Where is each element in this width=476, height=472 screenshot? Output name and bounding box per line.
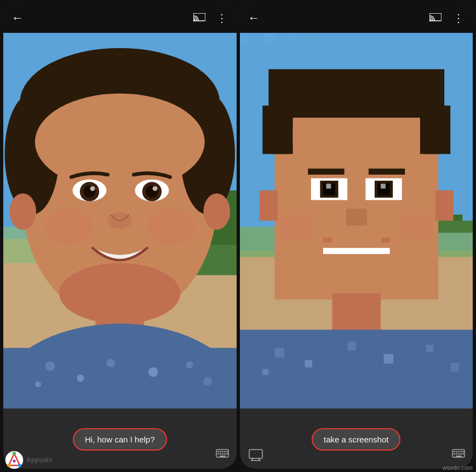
svg-rect-102 xyxy=(262,369,268,375)
svg-rect-74 xyxy=(420,118,438,154)
svg-point-30 xyxy=(106,359,114,367)
appuals-logo: Appuals xyxy=(4,450,52,470)
svg-rect-54 xyxy=(250,33,262,45)
right-cast-icon xyxy=(429,13,441,23)
svg-point-1 xyxy=(193,20,194,22)
left-topbar-right: ⋮ xyxy=(192,10,230,26)
svg-rect-113 xyxy=(458,453,460,454)
svg-rect-73 xyxy=(274,118,293,154)
wsxdn-watermark: wsxdn.com xyxy=(443,464,473,471)
appuals-logo-icon xyxy=(4,450,24,470)
left-more-icon: ⋮ xyxy=(216,11,228,25)
svg-point-35 xyxy=(9,193,36,229)
svg-rect-41 xyxy=(224,451,226,452)
svg-rect-44 xyxy=(220,453,221,454)
left-assistant-textbox[interactable]: Hi, how can I help? xyxy=(73,428,167,451)
left-keyboard-icon xyxy=(216,449,229,459)
left-topbar: ← ⋮ xyxy=(3,3,237,33)
svg-point-31 xyxy=(148,367,158,377)
left-back-icon: ← xyxy=(12,12,24,24)
right-assistant-area: take a screenshot xyxy=(240,423,473,455)
svg-rect-79 xyxy=(326,184,331,189)
svg-rect-99 xyxy=(347,342,355,350)
svg-rect-98 xyxy=(305,360,312,367)
svg-rect-90 xyxy=(381,238,389,243)
right-photo-area xyxy=(240,33,473,408)
svg-rect-38 xyxy=(217,451,219,452)
svg-rect-108 xyxy=(458,451,460,452)
svg-point-23 xyxy=(147,209,196,245)
main-container: ← ⋮ xyxy=(0,0,476,472)
right-phone-bottom: take a screenshot xyxy=(240,408,473,469)
svg-rect-109 xyxy=(460,451,462,452)
appuals-logo-text: Appuals xyxy=(26,456,52,464)
right-cast-button[interactable] xyxy=(428,10,443,26)
svg-rect-110 xyxy=(462,451,464,452)
svg-point-28 xyxy=(45,361,55,371)
right-mic-area[interactable] xyxy=(249,449,263,461)
left-cast-icon xyxy=(193,13,205,23)
right-keyboard-area[interactable] xyxy=(452,449,465,461)
phone-right: ← ⋮ xyxy=(240,3,473,469)
svg-rect-111 xyxy=(454,453,455,454)
svg-rect-83 xyxy=(381,184,386,189)
svg-rect-103 xyxy=(450,363,458,371)
svg-rect-84 xyxy=(308,169,344,175)
svg-rect-27 xyxy=(3,348,237,408)
svg-rect-75 xyxy=(293,118,420,142)
svg-point-120 xyxy=(7,464,10,467)
svg-rect-89 xyxy=(323,238,331,243)
svg-rect-115 xyxy=(462,453,464,454)
svg-rect-92 xyxy=(402,215,432,239)
svg-rect-43 xyxy=(217,453,219,454)
right-back-icon: ← xyxy=(248,12,260,24)
left-keyboard-area[interactable] xyxy=(216,449,229,461)
svg-point-118 xyxy=(13,452,16,455)
right-more-button[interactable]: ⋮ xyxy=(451,10,466,26)
svg-point-32 xyxy=(186,361,193,369)
svg-rect-55 xyxy=(262,33,274,45)
right-assistant-textbox[interactable]: take a screenshot xyxy=(312,428,400,451)
svg-rect-86 xyxy=(346,209,366,226)
svg-point-121 xyxy=(13,460,16,463)
svg-point-29 xyxy=(77,375,84,382)
right-assistant-icon xyxy=(249,449,263,461)
svg-rect-96 xyxy=(240,330,473,408)
right-topbar-right: ⋮ xyxy=(428,10,466,26)
svg-point-119 xyxy=(18,464,21,467)
svg-rect-112 xyxy=(456,453,457,454)
left-topbar-left: ← xyxy=(10,10,25,26)
svg-point-12 xyxy=(35,94,205,191)
svg-rect-93 xyxy=(259,191,277,221)
svg-rect-91 xyxy=(280,215,311,239)
svg-rect-97 xyxy=(274,348,284,358)
svg-rect-107 xyxy=(456,451,457,452)
svg-rect-58 xyxy=(299,33,311,45)
svg-point-20 xyxy=(152,186,157,191)
left-cast-button[interactable] xyxy=(192,10,207,26)
svg-rect-95 xyxy=(332,293,381,336)
svg-rect-46 xyxy=(224,453,226,454)
left-back-button[interactable]: ← xyxy=(10,10,25,26)
svg-rect-104 xyxy=(249,450,262,458)
svg-rect-40 xyxy=(222,451,223,452)
right-more-icon: ⋮ xyxy=(453,11,464,25)
svg-point-34 xyxy=(203,377,211,385)
phone-left: ← ⋮ xyxy=(3,3,237,469)
svg-rect-45 xyxy=(222,453,223,454)
svg-rect-106 xyxy=(454,451,455,452)
left-photo xyxy=(3,33,237,408)
right-photo xyxy=(240,33,473,408)
svg-point-50 xyxy=(429,20,431,22)
right-keyboard-icon xyxy=(452,449,465,459)
svg-rect-39 xyxy=(220,451,221,452)
svg-rect-57 xyxy=(286,33,299,45)
svg-rect-48 xyxy=(220,456,226,457)
left-more-button[interactable]: ⋮ xyxy=(215,10,230,26)
svg-point-33 xyxy=(35,381,41,387)
svg-rect-85 xyxy=(368,169,404,175)
svg-rect-42 xyxy=(226,451,228,452)
right-topbar-left: ← xyxy=(246,10,262,26)
right-back-button[interactable]: ← xyxy=(246,10,262,26)
svg-rect-47 xyxy=(226,453,228,454)
